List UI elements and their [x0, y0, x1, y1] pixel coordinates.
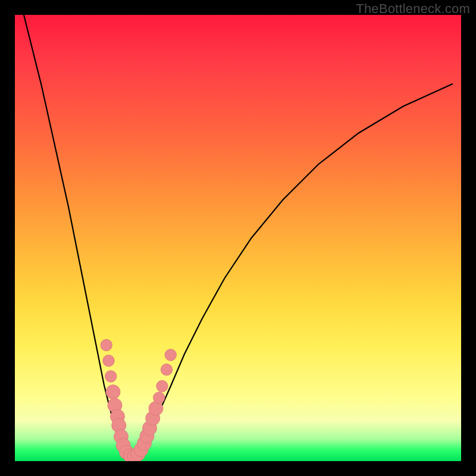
plot-area — [15, 15, 461, 461]
data-marker — [156, 380, 168, 392]
data-marker — [154, 392, 165, 404]
curve-right-branch — [131, 84, 452, 456]
outer-frame: TheBottleneck.com — [0, 0, 476, 476]
chart-svg — [15, 15, 461, 461]
data-marker — [161, 364, 173, 376]
data-marker — [105, 371, 117, 383]
watermark-text: TheBottleneck.com — [356, 1, 470, 17]
data-marker — [103, 355, 115, 367]
data-marker — [165, 349, 177, 361]
curve-layer — [24, 15, 452, 457]
data-marker — [101, 339, 112, 351]
data-marker — [106, 385, 120, 399]
